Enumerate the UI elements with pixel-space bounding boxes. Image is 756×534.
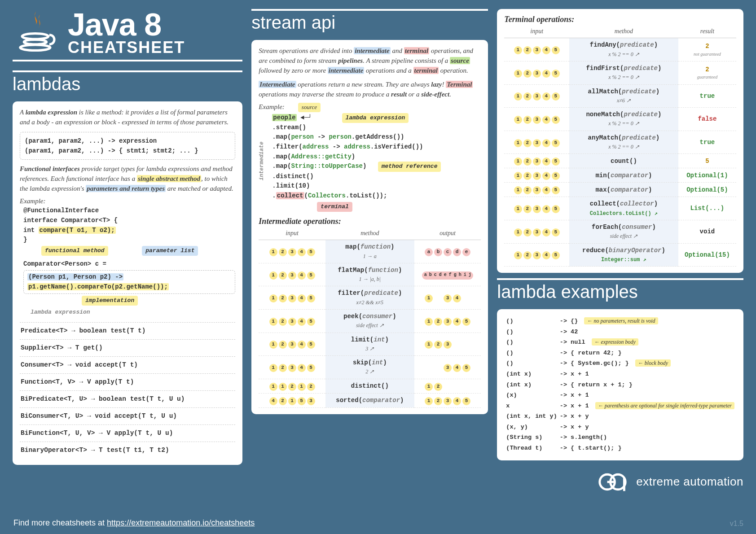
functional-interfaces-list: Predicate<T> → boolean test(T t)Supplier… [20,322,235,459]
tag-implementation: implementation [82,296,138,306]
table-row: x-> x + 1 ← parenthesis are optional for… [505,401,735,411]
lambdas-card: A lambda expression is like a method: it… [13,101,242,465]
tag-lambda-expression: lambda expression [27,307,94,317]
terminal-ops-card: Terminal operations: input method result… [497,9,743,273]
section-lambdas-title: lambdas [13,70,242,94]
table-row: 12345count()5 [504,154,736,168]
table-row: (int x)-> { return x + 1; } [505,380,735,390]
table-row: (Thread t)-> { t.start(); } [505,443,735,453]
ea-logo-icon [598,470,630,494]
terminal-ops-title: Terminal operations: [504,13,736,25]
lambda-examples-card: ()-> {} ← no parameters, result is void(… [497,309,743,460]
stream-intro: Stream operations are divided into inter… [259,46,481,75]
table-row: 12345max(comparator)Optional(5) [504,183,736,197]
table-row: 12345limit(int)3 ↗123·· [259,333,481,356]
footer-text: Find more cheatsheets at https://extreme… [13,518,255,528]
lambdas-intro: A lambda expression is like a method: it… [20,108,235,127]
fi-list-item: BiPredicate<T, U> → boolean test(T t, U … [20,390,235,407]
table-row: 12345forEach(consumer)side effect ↗void [504,220,736,243]
fi-list-item: BiFunction<T, U, V> → V apply(T t, U u) [20,425,235,442]
stream-code-example: intermediate people ◄─┘ lambda expressio… [259,113,481,212]
table-row: 12345skip(int)2 ↗··345 [259,356,481,379]
tag-parameter-list: parameter list [142,246,198,256]
page-header: Java 8 CHEATSHEET [13,9,242,61]
section-stream-title: stream api [251,9,488,33]
table-row: 12345collect(collector)Collectors.toList… [504,197,736,220]
table-row: 12345allMatch(predicate)x≠6 ↗true [504,84,736,108]
svg-point-0 [22,34,48,39]
table-row: (int x)-> x + 1 [505,369,735,379]
table-row: (int x, int y)-> x + y [505,411,735,421]
table-row: ()-> { return 42; } [505,348,735,358]
example-label: Example: [20,197,235,206]
table-row: 12345reduce(binaryOperator)Integer::sum … [504,243,736,267]
table-row: ()-> { System.gc(); } ← block body [505,359,735,368]
table-row: (x)-> x + 1 [505,390,735,400]
lambda-syntax-box: (param1, param2, ...) -> expression (par… [20,132,235,160]
terminal-ops-table: input method result 12345findAny(predica… [504,25,736,267]
fi-list-item: Consumer<T> → void accept(T t) [20,356,235,373]
table-row: ()-> 42 [505,327,735,337]
brand-logo: extreme automation [497,470,743,494]
table-row: (x, y)-> x + y [505,422,735,432]
fi-list-item: Function<T, V> → V apply(T t) [20,373,235,390]
functional-interfaces-intro: Functional interfaces provide target typ… [20,164,235,193]
table-row: 12345min(comparator)Optional(1) [504,168,736,183]
fi-list-item: Supplier<T> → T get() [20,339,235,356]
footer-link[interactable]: https://extremeautomation.io/cheatsheets [107,518,255,527]
tag-lambda-expression-2: lambda expression [342,113,409,123]
java-logo-icon [13,9,60,56]
tag-functional-method: functional method [41,246,108,256]
tag-source: source [298,103,321,112]
table-row: 12345findAny(predicate)x % 2 == 0 ↗2not … [504,38,736,61]
stream-intro2: Intermediate operations return a new str… [259,80,481,100]
intermediate-ops-table: input method output 12345map(function)1 … [259,227,481,408]
table-row: 12345map(function)1 → aabcde [259,240,481,263]
table-row: 12345noneMatch(predicate)x % 2 == 0 ↗fal… [504,108,736,131]
table-row: 12345peek(consumer)side effect ↗12345 [259,310,481,333]
table-row: 12345findFirst(predicate)x % 2 == 0 ↗2gu… [504,61,736,84]
svg-point-2 [20,45,50,51]
table-row: 12345filter(predicate)x≠2 && x≠51·34· [259,286,481,310]
title-line2: CHEATSHEET [68,40,185,55]
table-row: 42153sorted(comparator)12345 [259,393,481,407]
fi-list-item: BinaryOperator<T> → T test(T t1, T t2) [20,442,235,459]
brand-text: extreme automation [636,475,743,489]
table-row: (String s)-> s.length() [505,433,735,442]
table-row: ()-> {} ← no parameters, result is void [505,316,735,326]
table-row: 12345anyMatch(predicate)x % 2 == 0 ↗true [504,131,736,154]
stream-card: Stream operations are divided into inter… [251,40,488,414]
tag-intermediate-vertical: intermediate [258,141,266,180]
tag-terminal: terminal [317,202,352,212]
table-row: 12345flatMap(function)1 → |a, b|a b c d … [259,263,481,286]
version-label: v1.5 [730,520,743,528]
fi-list-item: Predicate<T> → boolean test(T t) [20,322,235,339]
section-lambda-examples-title: lambda examples [497,278,743,302]
table-row: ()-> null ← expression body [505,337,735,347]
title-line1: Java 8 [68,10,185,40]
table-row: 11212distinct()12··· [259,379,481,393]
tag-method-reference: method reference [378,162,441,171]
fi-list-item: BiConsumer<T, U> → void accept(T t, U u) [20,407,235,425]
intermediate-ops-title: Intermediate operations: [259,215,481,227]
lambda-examples-table: ()-> {} ← no parameters, result is void(… [504,315,736,454]
comparator-example: @FunctionalInterface interface Comparato… [20,206,235,317]
